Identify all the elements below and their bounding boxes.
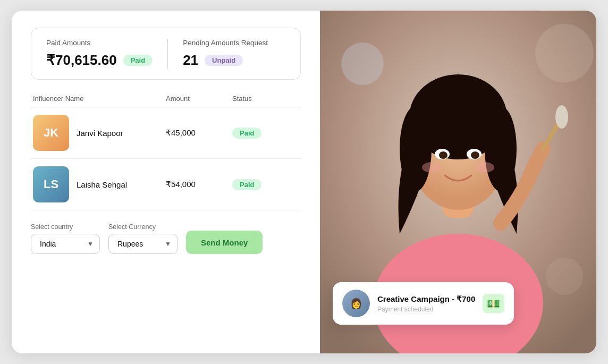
unpaid-badge: Unpaid xyxy=(205,55,243,66)
country-select-wrapper[interactable]: India ▼ xyxy=(31,234,100,254)
floating-avatar-initials: 👩 xyxy=(350,298,362,309)
floating-campaign-sub: Payment scheduled xyxy=(377,306,475,313)
avatar-janvi: JK xyxy=(33,115,69,151)
floating-campaign-card: 👩 Creative Campaign - ₹700 Payment sched… xyxy=(333,282,514,325)
col-influencer-name: Influencer Name xyxy=(33,95,166,103)
pending-label: Pending Amounts Request xyxy=(183,39,285,47)
status-badge-1: Paid xyxy=(232,128,261,139)
country-select[interactable]: India xyxy=(31,234,100,254)
paid-badge: Paid xyxy=(123,55,153,66)
money-icon: 💵 xyxy=(483,294,504,313)
svg-point-15 xyxy=(341,43,384,85)
status-badge-2: Paid xyxy=(232,179,261,190)
currency-label: Select Currency xyxy=(108,223,178,231)
currency-select-group: Select Currency Rupees ▼ xyxy=(108,223,178,254)
col-status: Status xyxy=(232,95,299,103)
avatar-laisha: LS xyxy=(33,166,69,202)
floating-card-content: Creative Campaign - ₹700 Payment schedul… xyxy=(377,294,475,313)
status-cell-2: Paid xyxy=(232,179,299,190)
table-row: JK Janvi Kapoor ₹45,000 Paid xyxy=(31,107,301,159)
left-panel: Paid Amounts ₹70,615.60 Paid Pending Amo… xyxy=(12,11,320,353)
status-cell-1: Paid xyxy=(232,128,299,139)
svg-point-12 xyxy=(475,162,494,173)
pending-count: 21 xyxy=(183,52,198,69)
paid-label: Paid Amounts xyxy=(46,39,153,47)
table-header: Influencer Name Amount Status xyxy=(31,95,301,107)
col-amount: Amount xyxy=(166,95,232,103)
country-label: Select country xyxy=(31,223,100,231)
paid-col: Paid Amounts ₹70,615.60 Paid xyxy=(46,39,168,69)
influencer-name-2: Laisha Sehgal xyxy=(77,180,127,189)
currency-select-wrapper[interactable]: Rupees ▼ xyxy=(108,234,178,254)
country-select-group: Select country India ▼ xyxy=(31,223,100,254)
paid-value-row: ₹70,615.60 Paid xyxy=(46,52,153,69)
send-money-button[interactable]: Send Money xyxy=(186,231,263,254)
summary-card: Paid Amounts ₹70,615.60 Paid Pending Amo… xyxy=(31,28,301,80)
influencer-cell-2: LS Laisha Sehgal xyxy=(33,166,166,202)
paid-amount: ₹70,615.60 xyxy=(46,52,117,69)
table-row: LS Laisha Sehgal ₹54,000 Paid xyxy=(31,159,301,210)
avatar-placeholder-janvi: JK xyxy=(33,115,69,151)
avatar-placeholder-laisha: LS xyxy=(33,166,69,202)
svg-point-14 xyxy=(555,105,568,129)
bottom-controls: Select country India ▼ Select Currency R… xyxy=(31,223,301,254)
svg-point-10 xyxy=(471,151,479,159)
right-panel: 👩 Creative Campaign - ₹700 Payment sched… xyxy=(320,11,596,353)
svg-point-17 xyxy=(546,258,583,295)
floating-campaign-name: Creative Campaign - ₹700 xyxy=(377,294,475,304)
amount-cell-2: ₹54,000 xyxy=(166,180,232,189)
influencer-name-1: Janvi Kapoor xyxy=(77,129,123,138)
amount-cell-1: ₹45,000 xyxy=(166,128,232,138)
influencer-cell-1: JK Janvi Kapoor xyxy=(33,115,166,151)
currency-select[interactable]: Rupees xyxy=(108,234,178,254)
svg-point-16 xyxy=(535,24,594,82)
svg-point-9 xyxy=(439,151,447,159)
pending-value-row: 21 Unpaid xyxy=(183,52,285,69)
pending-col: Pending Amounts Request 21 Unpaid xyxy=(168,39,285,69)
floating-avatar: 👩 xyxy=(342,290,370,317)
main-card: Paid Amounts ₹70,615.60 Paid Pending Amo… xyxy=(12,11,596,353)
svg-point-11 xyxy=(422,162,441,173)
